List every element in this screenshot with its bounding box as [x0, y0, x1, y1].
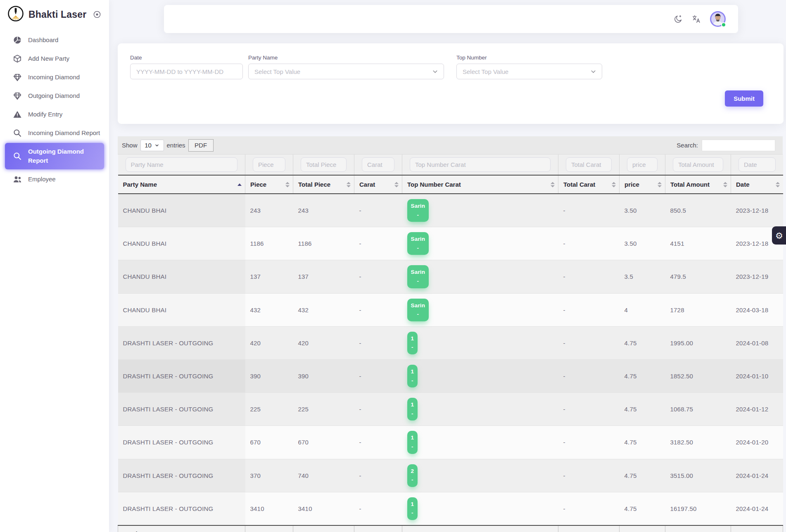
column-filter-cell: [293, 154, 354, 175]
sidebar-item-incoming-diamond-report[interactable]: Incoming Diamond Report: [5, 124, 104, 142]
cell-piece: 1186: [245, 227, 293, 260]
cell-total-piece: 420: [293, 326, 354, 359]
column-header-total-carat[interactable]: Total Carat: [558, 175, 620, 194]
cell-total-piece: 390: [293, 359, 354, 392]
cell-price: 4: [620, 293, 665, 326]
total-carat-value: 8,797.521: [558, 525, 620, 532]
online-status-dot: [721, 22, 726, 27]
cell-party-name: DRASHTI LASER - OUTGOING: [118, 459, 245, 492]
sidebar-item-employee[interactable]: Employee: [5, 171, 104, 188]
sidebar-item-label: Outgoing Diamond: [28, 91, 101, 100]
cell-piece: 432: [245, 293, 293, 326]
cell-total-amount: 1068.75: [665, 393, 731, 426]
column-header-label: Date: [736, 181, 750, 188]
column-filter-input-party-name[interactable]: [126, 157, 238, 172]
cell-total-piece: 1186: [293, 227, 354, 260]
sidebar-item-outgoing-diamond[interactable]: Outgoing Diamond: [5, 87, 104, 104]
table-row: DRASHTI LASER - OUTGOING390390-1--4.7518…: [118, 359, 783, 392]
table-row: CHANDU BHAI11861186-Sarin--3.5041512023-…: [118, 227, 783, 260]
sidebar-item-dashboard[interactable]: Dashboard: [5, 31, 104, 49]
top-number-badge: Sarin-: [407, 232, 429, 255]
cell-top-number-carat: 1-: [402, 426, 558, 459]
cube-icon: [13, 54, 22, 63]
chevron-right-icon: [95, 176, 101, 182]
column-header-carat[interactable]: Carat: [354, 175, 402, 194]
column-header-price[interactable]: price: [620, 175, 665, 194]
total-amount-value: 841,461.302: [665, 525, 731, 532]
cell-price: 3.5: [620, 260, 665, 293]
column-filter-input-carat[interactable]: [362, 157, 394, 172]
top-number-badge: 1-: [407, 431, 418, 454]
column-filter-input-date[interactable]: [739, 157, 776, 172]
cell-top-number-carat: Sarin-: [402, 260, 558, 293]
table-controls-bar: Show 10 entries PDF Search:: [118, 136, 783, 154]
user-avatar[interactable]: [710, 11, 726, 27]
date-range-input[interactable]: [130, 64, 243, 79]
column-header-date[interactable]: Date: [731, 175, 783, 194]
total-empty: [354, 525, 402, 532]
column-header-top-number-carat[interactable]: Top Number Carat: [402, 175, 558, 194]
sidebar-item-modify-entry[interactable]: Modify Entry: [5, 106, 104, 123]
table-search-input[interactable]: [702, 140, 775, 151]
total-empty: [731, 525, 783, 532]
sidebar-menu: DashboardAdd New PartyIncoming DiamondOu…: [0, 28, 109, 188]
cell-carat: -: [354, 194, 402, 227]
column-filter-cell: [665, 154, 731, 175]
cell-total-carat: -: [558, 194, 620, 227]
column-header-label: Total Carat: [563, 181, 595, 188]
sort-icon: [394, 182, 399, 187]
translate-icon[interactable]: [691, 14, 701, 24]
sidebar-item-add-new-party[interactable]: Add New Party: [5, 50, 104, 67]
cell-total-amount: 16197.50: [665, 492, 731, 525]
cell-total-amount: 3515.00: [665, 459, 731, 492]
cell-total-piece: 670: [293, 426, 354, 459]
total-empty: [620, 525, 665, 532]
cell-party-name: DRASHTI LASER - OUTGOING: [118, 492, 245, 525]
submit-button[interactable]: Submit: [725, 90, 763, 107]
sidebar-item-outgoing-diamond-report[interactable]: Outgoing Diamond Report: [5, 143, 104, 169]
total-empty: [402, 525, 558, 532]
table-row: CHANDU BHAI243243-Sarin--3.50850.52023-1…: [118, 194, 783, 227]
column-filter-input-price[interactable]: [627, 157, 658, 172]
cell-top-number-carat: Sarin-: [402, 227, 558, 260]
dark-mode-moon-icon[interactable]: [673, 14, 683, 24]
gear-icon: ⚙: [775, 231, 783, 240]
pdf-export-button[interactable]: PDF: [188, 139, 214, 152]
sort-icon: [776, 182, 780, 187]
column-filter-input-total-carat[interactable]: [566, 157, 612, 172]
top-number-badge: 1-: [407, 497, 418, 520]
sidebar-item-incoming-diamond[interactable]: Incoming Diamond: [5, 69, 104, 86]
column-filter-cell: [354, 154, 402, 175]
top-number-select[interactable]: Select Top Value: [456, 64, 602, 79]
cell-carat: -: [354, 326, 402, 359]
cell-total-piece: 137: [293, 260, 354, 293]
report-table-section: Show 10 entries PDF Search: Party NamePi…: [118, 136, 783, 532]
cell-total-amount: 1728: [665, 293, 731, 326]
table-row: DRASHTI LASER - OUTGOING670670-1--4.7531…: [118, 426, 783, 459]
column-filter-input-total-piece[interactable]: [301, 157, 347, 172]
cell-total-amount: 850.5: [665, 194, 731, 227]
search-icon: [13, 152, 22, 161]
column-filter-input-total-amount[interactable]: [673, 157, 723, 172]
page-size-select[interactable]: 10: [140, 140, 164, 151]
column-filter-input-piece[interactable]: [253, 157, 285, 172]
column-filter-cell: [245, 154, 293, 175]
sort-icon: [551, 182, 555, 187]
cell-carat: -: [354, 359, 402, 392]
column-filter-input-top-number-carat[interactable]: [410, 157, 551, 172]
top-number-filter-label: Top Number: [456, 55, 602, 61]
column-header-party-name[interactable]: Party Name: [118, 175, 245, 194]
sidebar-collapse-toggle-icon[interactable]: [93, 10, 102, 19]
party-name-select[interactable]: Select Top Value: [248, 64, 444, 79]
cell-total-piece: 740: [293, 459, 354, 492]
column-header-total-piece[interactable]: Total Piece: [293, 175, 354, 194]
column-header-piece[interactable]: Piece: [245, 175, 293, 194]
top-number-select-placeholder: Select Top Value: [463, 68, 508, 75]
cell-party-name: DRASHTI LASER - OUTGOING: [118, 326, 245, 359]
cell-date: 2023-12-18: [731, 194, 783, 227]
cell-total-amount: 1995.00: [665, 326, 731, 359]
column-header-total-amount[interactable]: Total Amount: [665, 175, 731, 194]
settings-gear-button[interactable]: ⚙: [772, 226, 786, 245]
cell-date: 2024-01-24: [731, 459, 783, 492]
party-name-filter-label: Party Name: [248, 55, 444, 61]
